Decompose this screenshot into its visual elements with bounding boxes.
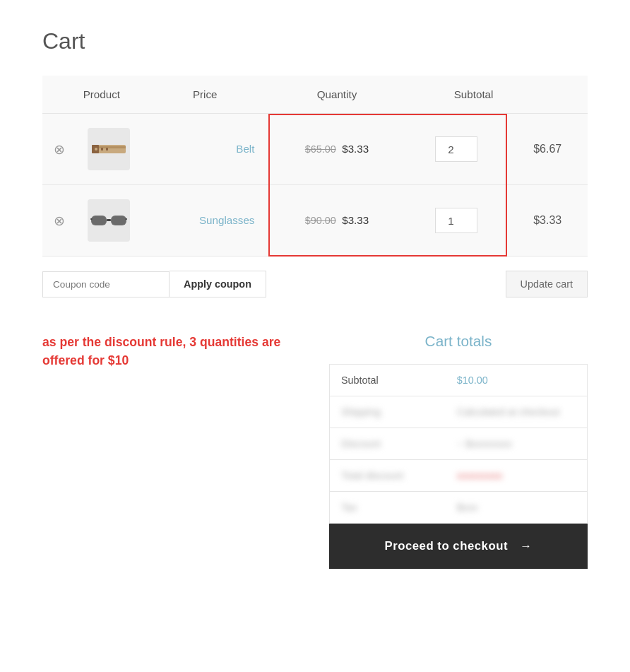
belt-thumb-cell <box>76 114 141 185</box>
belt-thumbnail <box>88 128 130 170</box>
col-header-subtotal: Subtotal <box>405 76 507 114</box>
shipping-row: Shipping Calculated at checkout <box>330 396 588 428</box>
sunglasses-name-cell: Sunglasses <box>141 185 268 257</box>
sunglasses-thumb-cell <box>76 185 141 257</box>
svg-point-3 <box>95 148 97 151</box>
sunglasses-quantity-input[interactable] <box>435 208 477 233</box>
discount-row: Discount − $xxxxxxxx <box>330 428 588 460</box>
svg-rect-5 <box>106 148 108 151</box>
belt-qty-cell <box>405 114 507 185</box>
proceed-to-checkout-button[interactable]: Proceed to checkout → <box>329 524 588 569</box>
coupon-row: Apply coupon Update cart <box>42 271 588 297</box>
cart-totals-box: Cart totals Subtotal $10.00 Shipping Cal… <box>329 333 588 569</box>
remove-belt-button[interactable]: ⊗ <box>54 141 65 158</box>
sunglasses-price-cell: $90.00 $3.33 <box>268 185 405 257</box>
belt-price-cell: $65.00 $3.33 <box>268 114 405 185</box>
col-header-product: Product <box>42 76 141 114</box>
belt-subtotal-cell: $6.67 <box>507 114 588 185</box>
tax-label: Tax <box>330 492 446 524</box>
sunglasses-current-price: $3.33 <box>342 214 369 226</box>
subtotal-row: Subtotal $10.00 <box>330 365 588 396</box>
tax-row: Tax $xxx <box>330 492 588 524</box>
discount-label: Discount <box>330 428 446 460</box>
belt-quantity-input[interactable] <box>435 136 477 162</box>
table-row: ⊗ Belt $65.00 <box>42 114 588 185</box>
sunglasses-icon <box>90 210 127 231</box>
svg-rect-11 <box>92 216 106 225</box>
coupon-code-input[interactable] <box>42 271 170 297</box>
belt-link[interactable]: Belt <box>236 143 254 155</box>
shipping-value: Calculated at checkout <box>446 396 588 428</box>
remove-belt-cell: ⊗ <box>42 114 76 185</box>
belt-current-price: $3.33 <box>342 143 369 155</box>
remove-sunglasses-cell: ⊗ <box>42 185 76 257</box>
tax-value: $xxx <box>446 492 588 524</box>
page-title: Cart <box>42 28 588 54</box>
apply-coupon-button[interactable]: Apply coupon <box>170 271 266 297</box>
sunglasses-link[interactable]: Sunglasses <box>199 214 255 226</box>
update-cart-button[interactable]: Update cart <box>506 271 588 297</box>
sunglasses-thumbnail <box>88 199 130 242</box>
sunglasses-qty-cell <box>405 185 507 257</box>
col-header-quantity: Quantity <box>268 76 405 114</box>
remove-sunglasses-button[interactable]: ⊗ <box>54 213 65 229</box>
cart-table: Product Price Quantity Subtotal ⊗ <box>42 76 588 257</box>
sunglasses-subtotal-cell: $3.33 <box>507 185 588 257</box>
checkout-arrow-icon: → <box>520 539 532 553</box>
discount-value: − $xxxxxxxx <box>446 428 588 460</box>
total-discount-row: Total discount xxxxxxxxx <box>330 460 588 492</box>
col-header-price: Price <box>141 76 268 114</box>
subtotal-label: Subtotal <box>330 365 446 396</box>
discount-note: as per the discount rule, 3 quantities a… <box>42 333 301 370</box>
svg-rect-12 <box>112 216 126 225</box>
shipping-label: Shipping <box>330 396 446 428</box>
belt-name-cell: Belt <box>141 114 268 185</box>
checkout-label: Proceed to checkout <box>384 539 508 553</box>
sunglasses-original-price: $90.00 <box>305 215 336 226</box>
svg-rect-8 <box>107 219 111 221</box>
belt-icon <box>90 138 127 160</box>
total-discount-label: Total discount <box>330 460 446 492</box>
table-row: ⊗ Sunglasses <box>42 185 588 257</box>
svg-rect-4 <box>101 148 103 151</box>
belt-original-price: $65.00 <box>305 143 336 155</box>
total-discount-value: xxxxxxxxx <box>446 460 588 492</box>
cart-totals-section: as per the discount rule, 3 quantities a… <box>42 333 588 569</box>
subtotal-value: $10.00 <box>446 365 588 396</box>
coupon-left: Apply coupon <box>42 271 266 297</box>
totals-table: Subtotal $10.00 Shipping Calculated at c… <box>329 364 588 524</box>
cart-totals-title: Cart totals <box>329 333 588 350</box>
